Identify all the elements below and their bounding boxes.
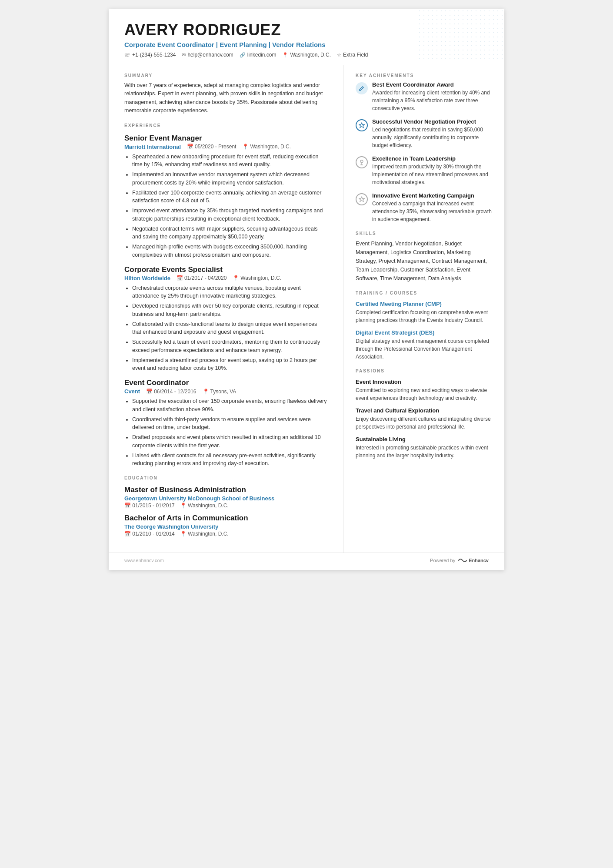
job-title-2: Corporate Events Specialist [124,265,327,274]
linkedin-icon: 🔗 [240,52,246,58]
footer-website: www.enhancv.com [124,558,164,563]
resume-header: AVERY RODRIGUEZ Corporate Event Coordina… [109,9,504,65]
bullet-1-2: Implemented an innovative vendor managem… [132,171,327,187]
school-2: The George Washington University [124,523,327,530]
achievement-title-1: Best Event Coordinator Award [372,81,492,88]
achievement-title-2: Successful Vendor Negotiation Project [372,118,492,125]
candidate-name: AVERY RODRIGUEZ [124,21,489,39]
location-3: 📍 Tysons, VA [203,389,237,395]
job-entry-2: Corporate Events Specialist Hilton World… [124,265,327,373]
location-contact: 📍 Washington, D.C. [282,52,331,58]
bullet-2-3: Collaborated with cross-functional teams… [132,320,327,337]
bullet-1-1: Spearheaded a new onboarding procedure f… [132,153,327,169]
edu-dates-1: 📅 01/2015 - 01/2017 [124,503,175,509]
bullet-3-3: Drafted proposals and event plans which … [132,433,327,450]
achievement-desc-4: Conceived a campaign that increased even… [372,200,492,223]
calendar-icon-2: 📅 [177,275,183,281]
achievement-content-3: Excellence in Team Leadership Improved t… [372,155,492,186]
email-contact: ✉ help@enhancv.com [182,52,233,58]
extra-contact: ☆ Extra Field [337,52,368,58]
passions-label: PASSIONS [356,369,492,373]
bullet-3-4: Liaised with client contacts for all nec… [132,452,327,468]
skills-text: Event Planning, Vendor Negotiation, Budg… [356,239,492,283]
achievement-3: Excellence in Team Leadership Improved t… [356,155,492,186]
achievement-content-1: Best Event Coordinator Award Awarded for… [372,81,492,112]
achievement-title-3: Excellence in Team Leadership [372,155,492,162]
bullets-1: Spearheaded a new onboarding procedure f… [124,153,327,259]
calendar-icon-3: 📅 [146,389,153,395]
achievement-icon-4 [356,193,368,205]
edu-meta-1: 📅 01/2015 - 01/2017 📍 Washington, D.C. [124,503,327,509]
svg-point-1 [360,160,363,163]
svg-marker-2 [359,197,365,202]
summary-text: With over 7 years of experience, adept a… [124,81,327,115]
job-meta-3: Cvent 📅 06/2014 - 12/2016 📍 Tysons, VA [124,388,327,395]
bullet-2-2: Developed relationships with over 50 key… [132,302,327,318]
edu-pin-icon-1: 📍 [180,503,187,509]
job-meta-2: Hilton Worldwide 📅 01/2017 - 04/2020 📍 W… [124,275,327,282]
edu-cal-icon-2: 📅 [124,531,131,537]
training-1: Certified Meeting Planner (CMP) Complete… [356,301,492,324]
training-desc-1: Completed certification focusing on comp… [356,308,492,324]
passion-1: Event Innovation Committed to exploring … [356,379,492,402]
bullet-2-1: Orchestrated corporate events across mul… [132,284,327,301]
job-title-3: Event Coordinator [124,379,327,387]
pin-icon-1: 📍 [242,144,249,150]
company-3: Cvent [124,388,140,395]
bullet-1-5: Negotiated contract terms with major sup… [132,225,327,241]
bullet-1-3: Facilitated over 100 corporate events an… [132,189,327,205]
edu-pin-icon-2: 📍 [180,531,187,537]
contact-info: ☏ +1-(234)-555-1234 ✉ help@enhancv.com 🔗… [124,52,489,58]
passion-desc-1: Committed to exploring new and exciting … [356,386,492,402]
job-entry-1: Senior Event Manager Marriott Internatio… [124,134,327,259]
achievements-label: KEY ACHIEVEMENTS [356,73,492,78]
edu-meta-2: 📅 01/2010 - 01/2014 📍 Washington, D.C. [124,531,327,537]
extra-icon: ☆ [337,52,341,58]
edu-cal-icon-1: 📅 [124,503,131,509]
achievement-desc-3: Improved team productivity by 30% throug… [372,163,492,186]
edu-dates-2: 📅 01/2010 - 01/2014 [124,531,175,537]
candidate-title: Corporate Event Coordinator | Event Plan… [124,41,489,48]
experience-label: EXPERIENCE [124,123,327,128]
enhancv-logo: Enhancv [458,557,489,563]
job-title-1: Senior Event Manager [124,134,327,143]
achievement-content-4: Innovative Event Marketing Campaign Conc… [372,192,492,223]
footer-brand: Powered by Enhancv [430,557,489,563]
achievement-icon-2 [356,119,368,131]
resume-page: AVERY RODRIGUEZ Corporate Event Coordina… [109,9,504,570]
bullet-1-4: Improved event attendance by 35% through… [132,207,327,223]
pin-icon-2: 📍 [233,275,239,281]
company-2: Hilton Worldwide [124,275,170,282]
passion-2: Travel and Cultural Exploration Enjoy di… [356,407,492,431]
linkedin-contact: 🔗 linkedin.com [240,52,277,58]
achievement-2: Successful Vendor Negotiation Project Le… [356,118,492,149]
location-2: 📍 Washington, D.C. [233,275,281,281]
skills-label: SKILLS [356,231,492,236]
achievement-content-2: Successful Vendor Negotiation Project Le… [372,118,492,149]
passion-desc-2: Enjoy discovering different cultures and… [356,415,492,431]
bullet-1-6: Managed high-profile events with budgets… [132,243,327,259]
edu-entry-2: Bachelor of Arts in Communication The Ge… [124,514,327,537]
summary-label: SUMMARY [124,73,327,78]
calendar-icon-1: 📅 [187,144,193,150]
passion-desc-3: Interested in promoting sustainable prac… [356,444,492,459]
education-label: EDUCATION [124,476,327,480]
right-column: KEY ACHIEVEMENTS Best Event Coordinator … [343,65,504,553]
training-desc-2: Digital strategy and event management co… [356,337,492,361]
page-footer: www.enhancv.com Powered by Enhancv [109,553,504,568]
passion-title-1: Event Innovation [356,379,492,385]
training-2: Digital Event Strategist (DES) Digital s… [356,329,492,361]
bullets-3: Supported the execution of over 150 corp… [124,397,327,468]
job-entry-3: Event Coordinator Cvent 📅 06/2014 - 12/2… [124,379,327,468]
dates-2: 📅 01/2017 - 04/2020 [177,275,227,281]
location-1: 📍 Washington, D.C. [242,144,291,150]
dates-3: 📅 06/2014 - 12/2016 [146,389,196,395]
training-title-1: Certified Meeting Planner (CMP) [356,301,492,307]
achievement-title-4: Innovative Event Marketing Campaign [372,192,492,199]
main-content: SUMMARY With over 7 years of experience,… [109,65,504,553]
bullets-2: Orchestrated corporate events across mul… [124,284,327,373]
left-column: SUMMARY With over 7 years of experience,… [109,65,343,553]
location-icon: 📍 [282,52,288,58]
achievement-desc-2: Led negotiations that resulted in saving… [372,126,492,149]
achievement-1: Best Event Coordinator Award Awarded for… [356,81,492,112]
